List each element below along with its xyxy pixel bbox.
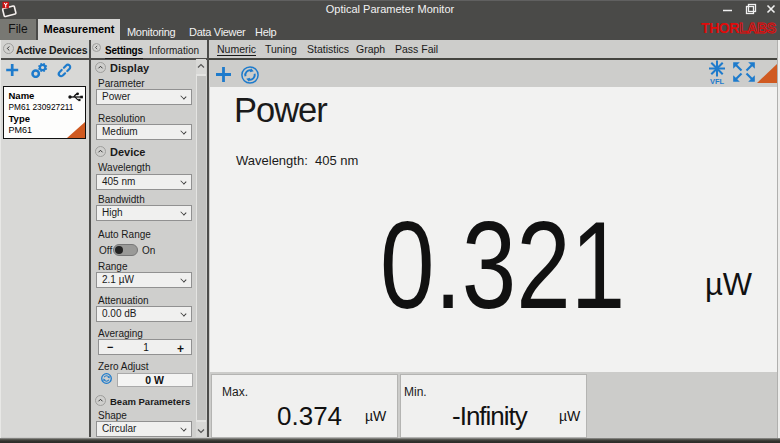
svg-text:VFL: VFL: [710, 77, 725, 85]
